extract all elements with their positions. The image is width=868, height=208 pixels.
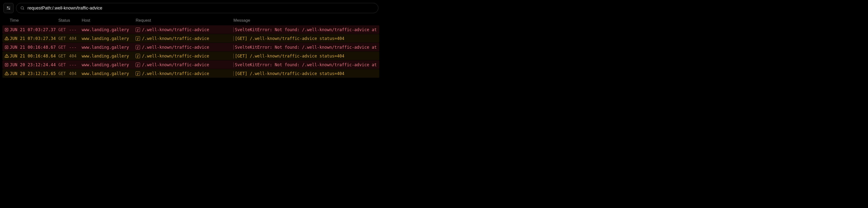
log-row[interactable]: JUN 20 23:12:23.65GET404www.landing.gall… bbox=[2, 69, 379, 78]
log-method: GET bbox=[58, 54, 69, 58]
log-message-text: [GET] /.well-known/traffic-advice status… bbox=[235, 54, 344, 58]
function-icon: ƒ bbox=[136, 54, 140, 58]
svg-point-8 bbox=[21, 6, 24, 9]
search-container bbox=[16, 3, 378, 13]
log-request: ƒ/.well-known/traffic-advice bbox=[136, 45, 234, 50]
svg-point-24 bbox=[6, 74, 7, 75]
filter-button[interactable] bbox=[3, 3, 13, 13]
warning-icon bbox=[3, 71, 10, 76]
log-status: --- bbox=[69, 62, 82, 67]
log-request-path: /.well-known/traffic-advice bbox=[142, 27, 209, 32]
log-request-path: /.well-known/traffic-advice bbox=[142, 71, 209, 76]
function-icon: ƒ bbox=[136, 45, 140, 49]
log-time: JUN 21 07:03:27.34 bbox=[10, 36, 58, 41]
sliders-icon bbox=[6, 6, 11, 10]
log-status: --- bbox=[69, 27, 82, 32]
toolbar bbox=[0, 0, 382, 16]
log-request: ƒ/.well-known/traffic-advice bbox=[136, 62, 234, 67]
col-header-host[interactable]: Host bbox=[82, 18, 136, 23]
log-message-text: SvelteKitError: Not found: /.well-known/… bbox=[235, 62, 377, 67]
error-icon bbox=[3, 63, 10, 67]
log-time: JUN 20 23:12:24.44 bbox=[10, 62, 58, 67]
log-time: JUN 21 00:16:48.67 bbox=[10, 45, 58, 50]
svg-line-9 bbox=[23, 9, 24, 9]
function-icon: ƒ bbox=[136, 28, 140, 32]
log-request: ƒ/.well-known/traffic-advice bbox=[136, 27, 234, 32]
log-request-path: /.well-known/traffic-advice bbox=[142, 62, 209, 67]
log-message: [GET] /.well-known/traffic-advice status… bbox=[234, 36, 379, 41]
log-method: GET bbox=[58, 36, 69, 41]
log-method: GET bbox=[58, 71, 69, 76]
error-icon bbox=[3, 45, 10, 49]
log-request-path: /.well-known/traffic-advice bbox=[142, 45, 209, 50]
warning-icon bbox=[3, 54, 10, 58]
table-header: Time Status Host Request Message bbox=[0, 16, 382, 25]
log-row[interactable]: JUN 21 00:16:48.67GET---www.landing.gall… bbox=[2, 43, 379, 51]
log-row[interactable]: JUN 21 07:03:27.37GET---www.landing.gall… bbox=[2, 25, 379, 34]
log-request-path: /.well-known/traffic-advice bbox=[142, 54, 209, 58]
function-icon: ƒ bbox=[136, 62, 140, 67]
log-list: JUN 21 07:03:27.37GET---www.landing.gall… bbox=[0, 25, 382, 78]
log-host: www.landing.gallery bbox=[82, 45, 136, 50]
error-icon bbox=[3, 28, 10, 32]
log-status: --- bbox=[69, 45, 82, 50]
warning-icon bbox=[3, 36, 10, 41]
log-message: SvelteKitError: Not found: /.well-known/… bbox=[234, 27, 379, 32]
log-message: [GET] /.well-known/traffic-advice status… bbox=[234, 54, 379, 58]
log-host: www.landing.gallery bbox=[82, 27, 136, 32]
log-host: www.landing.gallery bbox=[82, 62, 136, 67]
log-time: JUN 20 23:12:23.65 bbox=[10, 71, 58, 76]
log-message-text: [GET] /.well-known/traffic-advice status… bbox=[235, 36, 344, 41]
svg-point-14 bbox=[6, 39, 7, 40]
log-method: GET bbox=[58, 62, 69, 67]
log-host: www.landing.gallery bbox=[82, 36, 136, 41]
log-message-text: [GET] /.well-known/traffic-advice status… bbox=[235, 71, 344, 76]
log-row[interactable]: JUN 21 07:03:27.34GET404www.landing.gall… bbox=[2, 34, 379, 43]
function-icon: ƒ bbox=[136, 36, 140, 41]
svg-point-19 bbox=[6, 57, 7, 57]
log-status: 404 bbox=[69, 36, 82, 41]
log-status: 404 bbox=[69, 54, 82, 58]
log-request: ƒ/.well-known/traffic-advice bbox=[136, 36, 234, 41]
log-message: SvelteKitError: Not found: /.well-known/… bbox=[234, 62, 379, 67]
log-message-text: SvelteKitError: Not found: /.well-known/… bbox=[235, 27, 377, 32]
col-header-message[interactable]: Message bbox=[234, 18, 378, 23]
log-time: JUN 21 07:03:27.37 bbox=[10, 27, 58, 32]
log-message: SvelteKitError: Not found: /.well-known/… bbox=[234, 45, 379, 50]
log-time: JUN 21 00:16:48.64 bbox=[10, 54, 58, 58]
log-request: ƒ/.well-known/traffic-advice bbox=[136, 54, 234, 58]
log-row[interactable]: JUN 21 00:16:48.64GET404www.landing.gall… bbox=[2, 52, 379, 60]
function-icon: ƒ bbox=[136, 71, 140, 76]
log-message: [GET] /.well-known/traffic-advice status… bbox=[234, 71, 379, 76]
log-request: ƒ/.well-known/traffic-advice bbox=[136, 71, 234, 76]
log-message-text: SvelteKitError: Not found: /.well-known/… bbox=[235, 45, 377, 50]
col-header-request[interactable]: Request bbox=[136, 18, 234, 23]
log-method: GET bbox=[58, 27, 69, 32]
search-icon bbox=[20, 6, 25, 10]
log-host: www.landing.gallery bbox=[82, 54, 136, 58]
col-header-status[interactable]: Status bbox=[58, 18, 82, 23]
col-header-time[interactable]: Time bbox=[10, 18, 58, 23]
log-row[interactable]: JUN 20 23:12:24.44GET---www.landing.gall… bbox=[2, 60, 379, 69]
log-request-path: /.well-known/traffic-advice bbox=[142, 36, 209, 41]
search-input[interactable] bbox=[28, 6, 374, 11]
log-status: 404 bbox=[69, 71, 82, 76]
log-method: GET bbox=[58, 45, 69, 50]
log-host: www.landing.gallery bbox=[82, 71, 136, 76]
